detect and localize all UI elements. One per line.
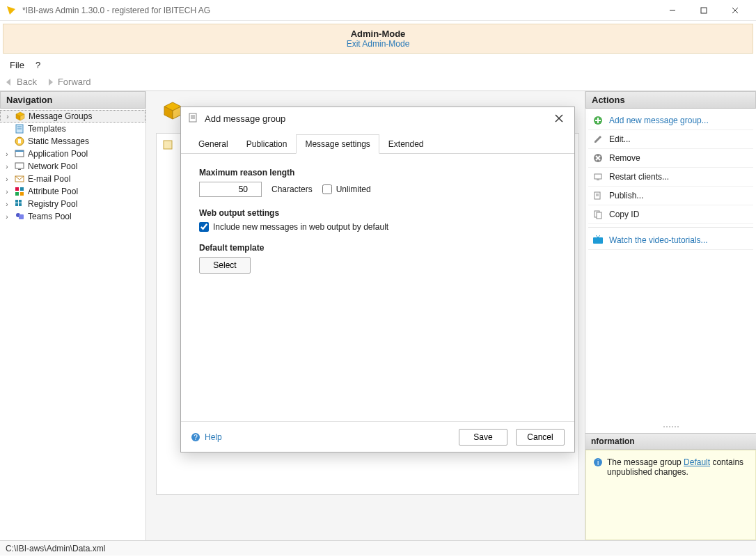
panel-drag-handle[interactable]: ⋯⋯ xyxy=(585,420,756,433)
svg-text:?: ? xyxy=(194,434,198,441)
unlimited-checkbox-label[interactable]: Unlimited xyxy=(322,184,371,194)
minimize-button[interactable] xyxy=(656,0,688,21)
expander-icon[interactable]: › xyxy=(3,163,11,171)
include-web-output-checkbox[interactable] xyxy=(199,222,209,232)
expander-icon[interactable]: › xyxy=(3,200,11,208)
svg-line-50 xyxy=(598,235,600,237)
nav-item-static-messages[interactable]: Static Messages xyxy=(0,135,145,148)
dialog-close-button[interactable] xyxy=(551,110,567,127)
add-message-group-dialog: Add message group General Publication Me… xyxy=(180,107,575,452)
section-default-template: Default template xyxy=(199,243,556,253)
include-web-output-label[interactable]: Include new messages in web output by de… xyxy=(199,222,388,232)
expander-icon[interactable]: › xyxy=(3,213,11,221)
select-template-button[interactable]: Select xyxy=(199,257,251,274)
section-web-output: Web output settings xyxy=(199,208,556,218)
help-icon: ? xyxy=(191,432,200,442)
svg-rect-42 xyxy=(597,180,599,180)
exit-admin-mode-link[interactable]: Exit Admin-Mode xyxy=(3,39,753,49)
dialog-icon xyxy=(188,113,199,124)
cancel-button[interactable]: Cancel xyxy=(516,429,565,446)
svg-rect-17 xyxy=(15,163,24,168)
expander-icon[interactable]: › xyxy=(3,113,12,120)
save-button[interactable]: Save xyxy=(459,429,507,446)
svg-marker-6 xyxy=(49,79,53,86)
admin-banner: Admin-Mode Exit Admin-Mode xyxy=(3,24,753,54)
nav-item-registry-pool[interactable]: ›Registry Pool xyxy=(0,198,145,210)
characters-label: Characters xyxy=(271,184,313,194)
mail-icon xyxy=(14,173,25,184)
back-button[interactable]: Back xyxy=(4,77,37,87)
admin-mode-label: Admin-Mode xyxy=(3,29,753,39)
svg-rect-53 xyxy=(189,113,196,122)
svg-rect-18 xyxy=(18,169,21,170)
svg-rect-29 xyxy=(19,214,24,219)
svg-line-49 xyxy=(596,235,598,237)
maximize-button[interactable] xyxy=(688,0,719,21)
publish-icon xyxy=(592,190,604,201)
unlimited-checkbox[interactable] xyxy=(322,184,332,194)
actions-header: Actions xyxy=(585,91,756,109)
tab-message-settings[interactable]: Message settings xyxy=(296,134,379,154)
nav-item-label: Static Messages xyxy=(28,136,89,146)
max-reason-length-input[interactable] xyxy=(199,182,262,197)
svg-rect-26 xyxy=(15,203,18,206)
svg-rect-33 xyxy=(164,141,172,149)
svg-rect-2 xyxy=(701,8,707,13)
action-restart-clients[interactable]: Restart clients... xyxy=(588,168,753,187)
box-icon xyxy=(15,111,26,122)
svg-rect-41 xyxy=(594,174,601,179)
nav-item-label: Teams Pool xyxy=(28,212,72,221)
window-title: *IBI-aws Admin 1.30.0 - registered for I… xyxy=(22,6,656,15)
attr-icon xyxy=(14,186,25,197)
nav-item-label: Registry Pool xyxy=(28,199,77,209)
teams-icon xyxy=(14,211,25,222)
nav-item-message-groups[interactable]: ›Message Groups xyxy=(0,110,145,123)
svg-marker-37 xyxy=(594,136,601,143)
menu-help[interactable]: ? xyxy=(36,60,40,70)
tab-extended[interactable]: Extended xyxy=(379,134,433,154)
forward-button[interactable]: Forward xyxy=(45,77,91,87)
information-panel: i The message group Default contains unp… xyxy=(585,450,756,540)
registry-icon xyxy=(14,198,25,210)
nav-item-application-pool[interactable]: ›Application Pool xyxy=(0,148,145,160)
info-icon: i xyxy=(593,457,603,477)
nav-item-templates[interactable]: Templates xyxy=(0,123,145,135)
remove-icon xyxy=(592,152,604,164)
action-add-message-group[interactable]: Add new message group... xyxy=(588,111,753,130)
expander-icon[interactable]: › xyxy=(3,175,11,183)
svg-rect-14 xyxy=(18,139,21,143)
close-button[interactable] xyxy=(719,0,750,21)
expander-icon[interactable]: › xyxy=(3,188,11,196)
nav-item-label: Network Pool xyxy=(28,162,77,171)
svg-rect-27 xyxy=(19,203,22,206)
nav-item-label: Application Pool xyxy=(28,149,88,159)
nav-item-attribute-pool[interactable]: ›Attribute Pool xyxy=(0,185,145,198)
action-copy-id[interactable]: Copy ID xyxy=(588,205,753,224)
action-edit[interactable]: Edit... xyxy=(588,130,753,149)
help-link[interactable]: ? Help xyxy=(191,432,222,442)
nav-item-network-pool[interactable]: ›Network Pool xyxy=(0,160,145,173)
arrow-left-icon xyxy=(4,77,14,87)
template-icon xyxy=(14,123,25,134)
action-publish[interactable]: Publish... xyxy=(588,187,753,205)
menu-file[interactable]: File xyxy=(10,60,24,70)
action-remove[interactable]: Remove xyxy=(588,149,753,168)
navigation-header: Navigation xyxy=(0,91,145,109)
nav-item-e-mail-pool[interactable]: ›E-mail Pool xyxy=(0,173,145,185)
information-text: The message group Default contains unpub… xyxy=(607,457,748,477)
status-path: C:\IBI-aws\Admin\Data.xml xyxy=(6,544,105,553)
nav-item-label: Message Groups xyxy=(29,111,92,121)
nav-item-label: Templates xyxy=(28,124,66,134)
expander-icon[interactable]: › xyxy=(3,150,11,158)
dialog-tabs: General Publication Message settings Ext… xyxy=(181,134,574,154)
tab-general[interactable]: General xyxy=(189,134,237,154)
nav-item-teams-pool[interactable]: ›Teams Pool xyxy=(0,210,145,223)
static-icon xyxy=(14,136,25,147)
tab-publication[interactable]: Publication xyxy=(237,134,297,154)
title-bar: *IBI-aws Admin 1.30.0 - registered for I… xyxy=(0,0,756,21)
svg-marker-5 xyxy=(6,79,10,86)
svg-rect-16 xyxy=(15,150,24,152)
information-default-link[interactable]: Default xyxy=(684,457,710,467)
svg-rect-24 xyxy=(15,200,18,203)
action-watch-tutorials[interactable]: Watch the video-tutorials... xyxy=(588,227,753,250)
